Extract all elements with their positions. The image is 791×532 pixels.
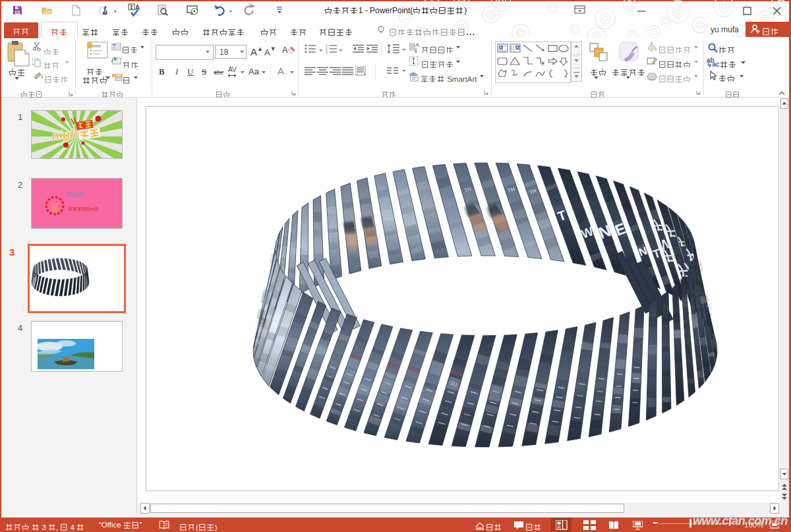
svg-text:3: 3 [326,50,328,53]
svg-text:A: A [516,45,519,49]
svg-text:A: A [282,45,288,55]
svg-text:A: A [415,42,419,48]
svg-text:A: A [500,45,502,49]
